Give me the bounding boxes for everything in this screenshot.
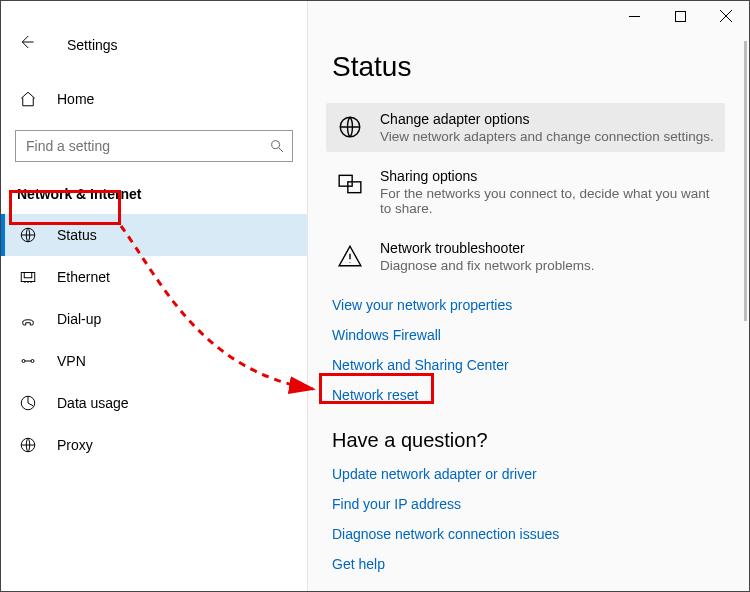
option-sharing[interactable]: Sharing options For the networks you con… <box>326 160 725 224</box>
option-title: Sharing options <box>380 168 715 184</box>
option-desc: Diagnose and fix network problems. <box>380 258 715 273</box>
troubleshoot-icon <box>336 242 364 270</box>
home-label: Home <box>57 91 94 107</box>
svg-rect-10 <box>339 175 352 186</box>
home-icon <box>19 90 37 108</box>
link-get-help[interactable]: Get help <box>332 556 725 572</box>
sidebar-item-status[interactable]: Status <box>1 214 307 256</box>
page-heading: Status <box>332 51 725 83</box>
sidebar-item-label: Status <box>57 227 97 243</box>
svg-rect-8 <box>675 11 685 21</box>
svg-rect-11 <box>348 182 361 193</box>
question-links-section: Update network adapter or driver Find yo… <box>332 466 725 572</box>
link-view-properties[interactable]: View your network properties <box>332 297 725 313</box>
data-usage-icon <box>19 394 37 412</box>
proxy-icon <box>19 436 37 454</box>
search-input[interactable] <box>15 130 293 162</box>
svg-rect-2 <box>21 273 35 282</box>
option-troubleshooter[interactable]: Network troubleshooter Diagnose and fix … <box>326 232 725 281</box>
sidebar-item-label: Dial-up <box>57 311 101 327</box>
question-heading: Have a question? <box>332 429 725 452</box>
sidebar-item-label: Proxy <box>57 437 93 453</box>
scrollbar[interactable] <box>739 41 747 589</box>
search-icon <box>269 138 285 154</box>
link-update-adapter[interactable]: Update network adapter or driver <box>332 466 725 482</box>
dialup-icon <box>19 310 37 328</box>
option-body: Network troubleshooter Diagnose and fix … <box>380 240 715 273</box>
scrollbar-thumb[interactable] <box>744 41 747 321</box>
sidebar-item-ethernet[interactable]: Ethernet <box>1 256 307 298</box>
sidebar-item-label: Data usage <box>57 395 129 411</box>
link-network-reset[interactable]: Network reset <box>332 387 725 403</box>
maximize-button[interactable] <box>657 1 703 31</box>
link-find-ip[interactable]: Find your IP address <box>332 496 725 512</box>
network-status-icon <box>19 226 37 244</box>
home-row[interactable]: Home <box>1 80 307 118</box>
option-change-adapter[interactable]: Change adapter options View network adap… <box>326 103 725 152</box>
sidebar-item-vpn[interactable]: VPN <box>1 340 307 382</box>
ethernet-icon <box>19 268 37 286</box>
sharing-icon <box>336 170 364 198</box>
close-button[interactable] <box>703 1 749 31</box>
svg-point-0 <box>272 141 280 149</box>
window-title: Settings <box>67 37 118 53</box>
option-desc: For the networks you connect to, decide … <box>380 186 715 216</box>
option-desc: View network adapters and change connect… <box>380 129 715 144</box>
svg-point-4 <box>22 360 25 363</box>
links-section: View your network properties Windows Fir… <box>332 297 725 403</box>
sidebar-item-label: VPN <box>57 353 86 369</box>
sidebar-item-label: Ethernet <box>57 269 110 285</box>
vpn-icon <box>19 352 37 370</box>
option-title: Network troubleshooter <box>380 240 715 256</box>
title-row: Settings <box>1 29 307 60</box>
sidebar-item-data-usage[interactable]: Data usage <box>1 382 307 424</box>
svg-rect-3 <box>24 273 32 278</box>
sidebar-item-dialup[interactable]: Dial-up <box>1 298 307 340</box>
minimize-button[interactable] <box>611 1 657 31</box>
app-frame: Settings Home Network & Internet Status <box>1 1 749 591</box>
option-body: Sharing options For the networks you con… <box>380 168 715 216</box>
option-title: Change adapter options <box>380 111 715 127</box>
main-panel: Status Change adapter options View netwo… <box>308 1 749 591</box>
svg-point-5 <box>31 360 34 363</box>
link-network-sharing-center[interactable]: Network and Sharing Center <box>332 357 725 373</box>
window-controls <box>611 1 749 31</box>
back-icon[interactable] <box>9 29 43 60</box>
link-diagnose-issues[interactable]: Diagnose network connection issues <box>332 526 725 542</box>
sidebar-item-proxy[interactable]: Proxy <box>1 424 307 466</box>
section-heading: Network & Internet <box>1 180 307 214</box>
link-windows-firewall[interactable]: Windows Firewall <box>332 327 725 343</box>
search-wrap <box>15 130 293 162</box>
sidebar: Settings Home Network & Internet Status <box>1 1 308 591</box>
adapter-icon <box>336 113 364 141</box>
option-body: Change adapter options View network adap… <box>380 111 715 144</box>
